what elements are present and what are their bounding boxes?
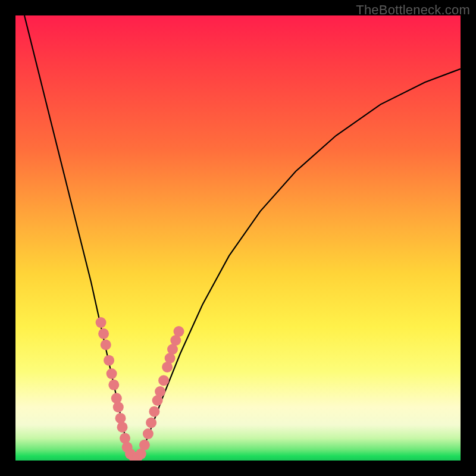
chart-svg	[15, 15, 461, 461]
marker-dot	[117, 422, 128, 433]
plot-area	[15, 15, 461, 461]
marker-dot	[98, 328, 109, 339]
marker-dot	[113, 402, 124, 412]
marker-dot	[143, 428, 154, 439]
marker-dot	[158, 375, 169, 386]
bottleneck-curve	[24, 15, 461, 456]
marker-dot	[104, 355, 114, 366]
marker-dot	[174, 326, 184, 337]
marker-dot	[107, 368, 117, 379]
marker-dot	[96, 317, 107, 328]
marker-dot	[139, 440, 150, 450]
outer-frame: TheBottleneck.com	[0, 0, 476, 476]
marker-dot	[155, 386, 165, 397]
highlight-cluster	[96, 317, 184, 461]
curve-path	[24, 15, 461, 456]
marker-dot	[120, 433, 130, 444]
marker-dot	[146, 417, 156, 428]
marker-dot	[115, 413, 126, 424]
watermark-text: TheBottleneck.com	[356, 2, 470, 18]
marker-dot	[101, 340, 111, 350]
marker-dot	[149, 406, 159, 417]
marker-dot	[108, 380, 119, 390]
marker-dot	[111, 393, 122, 403]
